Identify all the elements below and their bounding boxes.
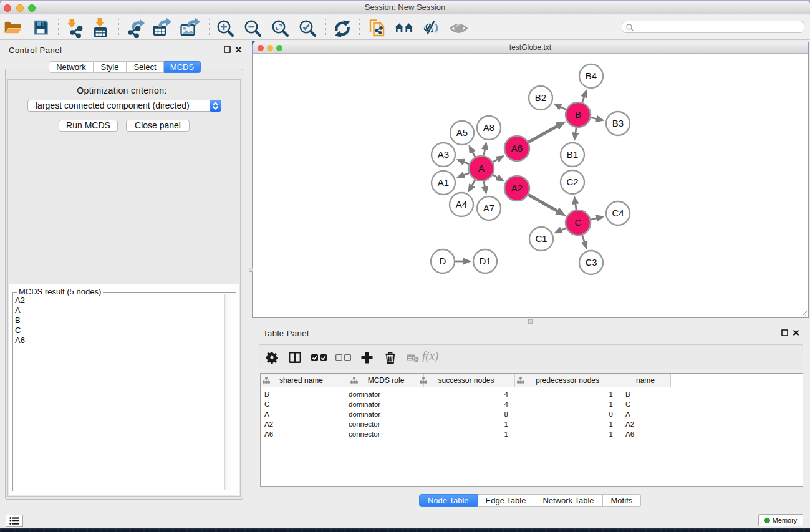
svg-text:A3: A3 [438,149,449,160]
svg-text:B4: B4 [586,70,597,81]
svg-text:C2: C2 [566,177,578,187]
svg-text:A: A [478,163,485,173]
svg-text:C4: C4 [612,208,624,218]
svg-text:A4: A4 [456,199,467,210]
svg-text:C: C [575,217,582,228]
svg-text:B3: B3 [612,118,624,128]
svg-text:B: B [575,109,581,120]
svg-text:A2: A2 [511,183,523,193]
svg-text:D: D [440,256,446,266]
svg-text:B2: B2 [535,92,546,103]
svg-text:C3: C3 [585,257,597,268]
svg-text:A7: A7 [483,203,494,213]
svg-text:A1: A1 [438,177,449,188]
svg-text:A8: A8 [483,122,494,133]
svg-text:C1: C1 [535,233,547,244]
svg-text:A6: A6 [511,143,523,153]
svg-text:f(x): f(x) [422,351,438,363]
svg-text:A5: A5 [456,127,468,138]
svg-text:D1: D1 [479,256,491,266]
svg-text:B1: B1 [567,149,578,160]
